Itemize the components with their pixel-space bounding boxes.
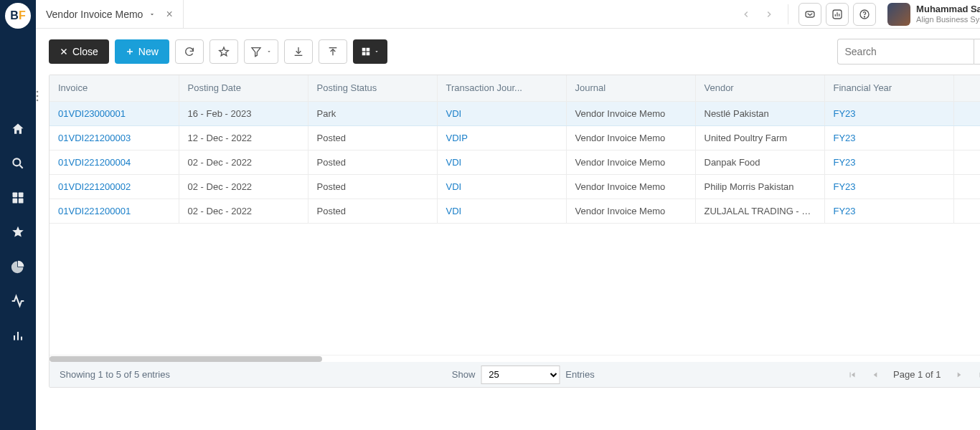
cell-txn[interactable]: VDIP: [437, 125, 566, 150]
toolbar: Close New: [36, 29, 980, 75]
cell-invoice[interactable]: 01VDI221200001: [50, 199, 179, 223]
cell-vendor: ZULJALAL TRADING - ELECTR...: [695, 199, 824, 223]
entries-label: Entries: [565, 369, 594, 380]
svg-point-26: [37, 95, 39, 97]
svg-rect-21: [362, 48, 366, 52]
cell-txn[interactable]: VDI: [437, 174, 566, 199]
search-icon[interactable]: [11, 156, 25, 171]
cell-vendor: Philip Morris Pakistan: [695, 174, 824, 199]
tab-close-icon[interactable]: ×: [166, 8, 172, 21]
page-first-icon[interactable]: [847, 370, 857, 380]
filter-button[interactable]: [244, 39, 278, 64]
cell-fy[interactable]: FY23: [824, 101, 953, 125]
cell-fy[interactable]: FY23: [824, 125, 953, 150]
cell-status: Park: [308, 101, 437, 125]
new-button[interactable]: New: [115, 39, 169, 64]
help-icon[interactable]: [853, 3, 876, 26]
user-org: Align Business Systems: [916, 15, 980, 24]
cell-vendor: United Poultry Farm: [695, 125, 824, 150]
tab-title: Vendor Invoice Memo: [46, 9, 143, 20]
cell-txn[interactable]: VDI: [437, 199, 566, 223]
cell-date: 02 - Dec - 2022: [179, 174, 308, 199]
cell-fy[interactable]: FY23: [824, 199, 953, 223]
apps-icon[interactable]: [11, 191, 25, 205]
page-next-icon[interactable]: [954, 370, 964, 380]
inbox-icon[interactable]: [798, 3, 821, 26]
col-transaction-journal[interactable]: Transaction Jour...: [437, 75, 566, 101]
table-row[interactable]: 01VDI221200003 12 - Dec - 2022 Posted VD…: [50, 125, 980, 150]
cell-vendor: Danpak Food: [695, 150, 824, 174]
favorite-button[interactable]: [209, 39, 238, 64]
app-logo[interactable]: BF: [0, 1, 36, 30]
stats-icon[interactable]: [826, 3, 849, 26]
cell-journal: Vendor Invoice Memo: [566, 101, 695, 125]
favorites-icon[interactable]: [11, 225, 25, 239]
new-button-label: New: [138, 46, 159, 57]
layout-button[interactable]: [353, 39, 387, 64]
col-financial-year[interactable]: Financial Year: [824, 75, 953, 101]
search-clear-button[interactable]: ×: [974, 39, 981, 64]
avatar: [887, 3, 910, 26]
cell-journal: Vendor Invoice Memo: [566, 174, 695, 199]
close-button[interactable]: Close: [49, 39, 109, 64]
cell-extra: [953, 101, 980, 125]
pie-chart-icon[interactable]: [11, 259, 25, 274]
cell-txn[interactable]: VDI: [437, 101, 566, 125]
cell-journal: Vendor Invoice Memo: [566, 199, 695, 223]
download-button[interactable]: [284, 39, 313, 64]
home-icon[interactable]: [11, 122, 25, 136]
search-input[interactable]: [837, 39, 974, 64]
svg-rect-4: [13, 199, 18, 204]
activity-icon[interactable]: [11, 294, 25, 308]
cell-extra: [953, 174, 980, 199]
cell-extra: [953, 150, 980, 174]
horizontal-scrollbar[interactable]: [50, 355, 980, 362]
cell-journal: Vendor Invoice Memo: [566, 150, 695, 174]
page-size-select[interactable]: 25: [481, 366, 560, 384]
svg-rect-9: [806, 11, 814, 17]
table-row[interactable]: 01VDI221200001 02 - Dec - 2022 Posted VD…: [50, 199, 980, 223]
col-invoice[interactable]: Invoice: [50, 75, 179, 101]
table-header-row: Invoice Posting Date Posting Status Tran…: [50, 75, 980, 101]
refresh-button[interactable]: [175, 39, 204, 64]
table-row[interactable]: 01VDI221200004 02 - Dec - 2022 Posted VD…: [50, 150, 980, 174]
page-text: Page 1 of 1: [893, 369, 941, 380]
bar-chart-icon[interactable]: [11, 328, 25, 343]
cell-date: 02 - Dec - 2022: [179, 150, 308, 174]
cell-date: 12 - Dec - 2022: [179, 125, 308, 150]
page-last-icon[interactable]: [977, 370, 981, 380]
col-extra[interactable]: [953, 75, 980, 101]
cell-fy[interactable]: FY23: [824, 174, 953, 199]
nav-back-icon[interactable]: [736, 4, 756, 24]
svg-rect-3: [19, 193, 24, 198]
svg-rect-5: [19, 199, 24, 204]
show-label: Show: [452, 369, 476, 380]
svg-line-1: [20, 166, 23, 168]
cell-status: Posted: [308, 150, 437, 174]
cell-invoice[interactable]: 01VDI221200004: [50, 150, 179, 174]
cell-fy[interactable]: FY23: [824, 150, 953, 174]
cell-invoice[interactable]: 01VDI221200002: [50, 174, 179, 199]
user-menu[interactable]: Muhammad Sadiq Align Business Systems: [883, 3, 980, 26]
cell-invoice[interactable]: 01VDI23000001: [50, 101, 179, 125]
active-tab[interactable]: Vendor Invoice Memo ×: [36, 0, 184, 29]
header: Vendor Invoice Memo ×: [36, 0, 980, 29]
cell-extra: [953, 125, 980, 150]
svg-rect-22: [366, 48, 369, 52]
cell-status: Posted: [308, 199, 437, 223]
sidebar: BF: [0, 0, 36, 430]
upload-button[interactable]: [319, 39, 347, 64]
table-row[interactable]: 01VDI23000001 16 - Feb - 2023 Park VDI V…: [50, 101, 980, 125]
col-posting-status[interactable]: Posting Status: [308, 75, 437, 101]
drag-handle-icon[interactable]: [36, 90, 43, 102]
page-prev-icon[interactable]: [870, 370, 880, 380]
cell-invoice[interactable]: 01VDI221200003: [50, 125, 179, 150]
nav-forward-icon[interactable]: [759, 4, 779, 24]
col-posting-date[interactable]: Posting Date: [179, 75, 308, 101]
col-vendor[interactable]: Vendor: [695, 75, 824, 101]
svg-marker-20: [252, 48, 260, 57]
chevron-down-icon[interactable]: [149, 11, 156, 18]
cell-txn[interactable]: VDI: [437, 150, 566, 174]
col-journal[interactable]: Journal: [566, 75, 695, 101]
table-row[interactable]: 01VDI221200002 02 - Dec - 2022 Posted VD…: [50, 174, 980, 199]
